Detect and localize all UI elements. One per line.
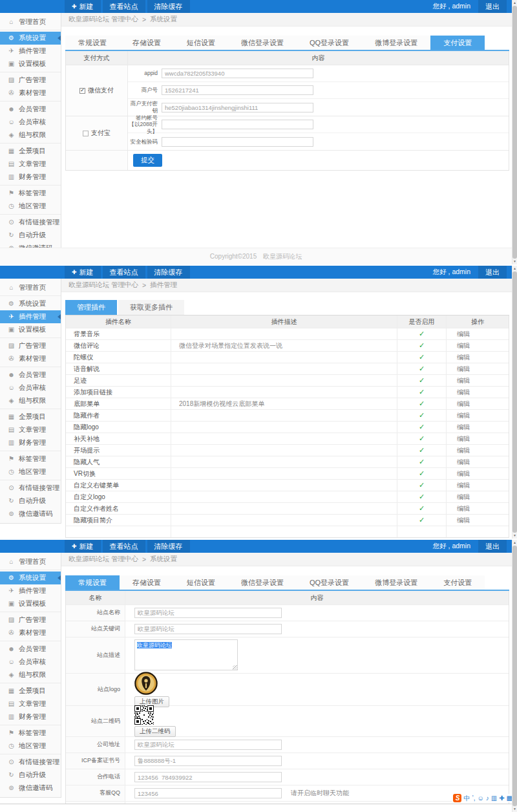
alipay-checkbox[interactable] <box>83 131 89 136</box>
sidebar-item-share[interactable]: ◈组与权限 <box>0 668 61 681</box>
tab-1[interactable]: 存储设置 <box>120 36 174 50</box>
scrollbar[interactable]: ▲▼ <box>512 266 517 539</box>
ime-toolbox-icon[interactable]: ✚ <box>499 795 504 802</box>
sidebar-item-article[interactable]: ▤文章管理 <box>0 698 61 710</box>
sidebar-item-upgrade[interactable]: ↻自动升级 <box>0 229 61 242</box>
ime-emoji-icon[interactable]: ☺ <box>477 795 483 802</box>
tab-0[interactable]: 管理插件 <box>65 300 117 315</box>
edit-link[interactable]: 编辑 <box>457 516 470 525</box>
tab-1[interactable]: 获取更多插件 <box>118 300 184 315</box>
sidebar-item-links[interactable]: ⊙有情链接管理 <box>0 482 61 495</box>
sidebar-item-home[interactable]: ⌂管理首页 <box>0 555 61 568</box>
ime-mic-icon[interactable]: ♪ <box>486 795 489 802</box>
wechat-pay-checkbox[interactable]: ✓ <box>79 88 85 94</box>
sidebar-item-plugin[interactable]: ✈插件管理 <box>0 45 61 58</box>
tab-4[interactable]: QQ登录设置 <box>297 575 362 590</box>
sidebar-item-links[interactable]: ⊙有情链接管理 <box>0 756 61 769</box>
scroll-up-icon[interactable]: ▲ <box>512 540 517 546</box>
sidebar-item-invite[interactable]: ⊚微信邀请码 <box>0 782 61 795</box>
clear-cache-button[interactable]: 清除缓存 <box>147 540 190 553</box>
sidebar-item-invite[interactable]: ⊚微信邀请码 <box>0 508 61 520</box>
sidebar-item-gear[interactable]: ⚙系统设置 <box>0 32 61 45</box>
new-button[interactable]: ✚新建 <box>65 0 101 13</box>
edit-link[interactable]: 编辑 <box>457 330 470 339</box>
view-site-button[interactable]: 查看站点 <box>103 540 145 553</box>
edit-link[interactable]: 编辑 <box>457 353 470 362</box>
sidebar-item-member[interactable]: ☻会员管理 <box>0 369 61 381</box>
scroll-up-icon[interactable]: ▲ <box>512 0 517 6</box>
sidebar-item-member-audit[interactable]: ☺会员审核 <box>0 381 61 394</box>
sidebar-item-panorama[interactable]: ▦全景项目 <box>0 145 61 158</box>
ime-logo-icon[interactable]: S <box>453 794 461 802</box>
new-button[interactable]: ✚新建 <box>65 266 101 279</box>
tab-6[interactable]: 支付设置 <box>430 575 485 590</box>
sidebar-item-member[interactable]: ☻会员管理 <box>0 643 61 656</box>
edit-link[interactable]: 编辑 <box>457 458 470 467</box>
sidebar-item-home[interactable]: ⌂管理首页 <box>0 281 61 294</box>
sidebar-item-tag[interactable]: ⚑标签管理 <box>0 727 61 740</box>
field-input[interactable] <box>162 103 313 112</box>
setting-input[interactable] <box>134 740 282 750</box>
ime-chinese-icon[interactable]: 中 <box>463 795 470 802</box>
tab-3[interactable]: 微信登录设置 <box>228 36 297 50</box>
edit-link[interactable]: 编辑 <box>457 434 470 443</box>
sidebar-item-ad[interactable]: ▨广告管理 <box>0 614 61 626</box>
scroll-down-icon[interactable]: ▼ <box>512 806 517 812</box>
field-input[interactable] <box>162 85 313 95</box>
edit-link[interactable]: 编辑 <box>457 341 470 350</box>
setting-input[interactable] <box>134 624 282 634</box>
view-site-button[interactable]: 查看站点 <box>103 0 145 13</box>
field-input[interactable] <box>162 120 313 129</box>
sidebar-item-member-audit[interactable]: ☺会员审核 <box>0 656 61 668</box>
sidebar-item-member-audit[interactable]: ☺会员审核 <box>0 116 61 129</box>
scrollbar[interactable]: ▲▼ <box>512 0 517 264</box>
sidebar-item-gear[interactable]: ⚙系统设置 <box>0 572 61 584</box>
setting-input[interactable] <box>134 788 282 798</box>
sidebar-item-material[interactable]: ✇素材管理 <box>0 352 61 365</box>
sidebar-item-home[interactable]: ⌂管理首页 <box>0 16 61 28</box>
sidebar-item-tag[interactable]: ⚑标签管理 <box>0 453 61 465</box>
logout-button[interactable]: 退出 <box>478 540 507 553</box>
sidebar-item-article[interactable]: ▤文章管理 <box>0 158 61 171</box>
edit-link[interactable]: 编辑 <box>457 469 470 478</box>
site-description-textarea[interactable]: 欧皇源码论坛 <box>134 639 238 670</box>
edit-link[interactable]: 编辑 <box>457 400 470 409</box>
tab-2[interactable]: 短信设置 <box>174 575 228 590</box>
sidebar-item-tag[interactable]: ⚑标签管理 <box>0 187 61 200</box>
clear-cache-button[interactable]: 清除缓存 <box>147 0 190 13</box>
sidebar-item-region[interactable]: ◷地区管理 <box>0 740 61 753</box>
tab-0[interactable]: 常规设置 <box>65 36 120 50</box>
new-button[interactable]: ✚新建 <box>65 540 101 553</box>
setting-input[interactable] <box>134 756 282 766</box>
tab-0[interactable]: 常规设置 <box>65 575 120 590</box>
sidebar-item-finance[interactable]: ▥财务管理 <box>0 710 61 723</box>
sidebar-item-article[interactable]: ▤文章管理 <box>0 423 61 436</box>
sidebar-item-plugin[interactable]: ✈插件管理 <box>0 310 61 323</box>
tab-6[interactable]: 支付设置 <box>430 36 485 50</box>
sidebar-item-ad[interactable]: ▨广告管理 <box>0 339 61 352</box>
sidebar-item-template[interactable]: ▣设置模板 <box>0 58 61 70</box>
sidebar-item-material[interactable]: ✇素材管理 <box>0 87 61 100</box>
sidebar-item-region[interactable]: ◷地区管理 <box>0 200 61 213</box>
sidebar-item-ad[interactable]: ▨广告管理 <box>0 74 61 87</box>
scroll-thumb[interactable] <box>512 6 517 259</box>
scroll-thumb[interactable] <box>512 272 517 533</box>
edit-link[interactable]: 编辑 <box>457 493 470 502</box>
sidebar-item-plugin[interactable]: ✈插件管理 <box>0 584 61 597</box>
tab-4[interactable]: QQ登录设置 <box>297 36 362 50</box>
sidebar-item-upgrade[interactable]: ↻自动升级 <box>0 495 61 508</box>
sidebar-item-share[interactable]: ◈组与权限 <box>0 394 61 407</box>
tab-2[interactable]: 短信设置 <box>174 36 228 50</box>
edit-link[interactable]: 编辑 <box>457 388 470 397</box>
submit-button[interactable]: 提交 <box>133 154 162 167</box>
edit-link[interactable]: 编辑 <box>457 423 470 432</box>
upload-qrcode-button[interactable]: 上传二维码 <box>134 726 176 737</box>
scrollbar[interactable]: ▲▼ <box>512 540 517 812</box>
sidebar-item-finance[interactable]: ▥财务管理 <box>0 436 61 449</box>
scroll-thumb[interactable] <box>512 546 517 806</box>
ime-keyboard-icon[interactable]: ▥ <box>491 795 497 802</box>
edit-link[interactable]: 编辑 <box>457 411 470 420</box>
sidebar-item-panorama[interactable]: ▦全景项目 <box>0 411 61 423</box>
tab-5[interactable]: 微博登录设置 <box>362 36 430 50</box>
sidebar-item-template[interactable]: ▣设置模板 <box>0 597 61 610</box>
